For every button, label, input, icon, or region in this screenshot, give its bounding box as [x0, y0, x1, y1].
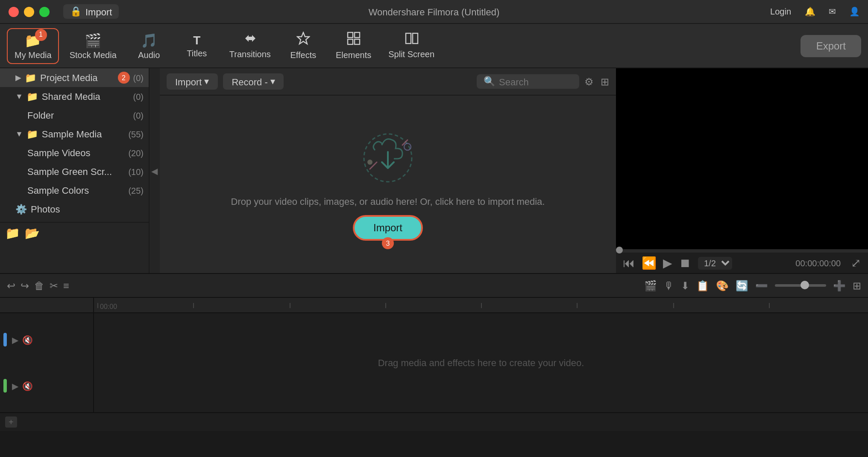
sidebar-item-sample-colors[interactable]: Sample Colors (25): [0, 181, 149, 200]
sidebar-item-folder[interactable]: Folder (0): [0, 106, 149, 125]
tl-label-col-header: [0, 298, 94, 312]
preview-prev-frame[interactable]: ⏪: [642, 256, 656, 270]
toolbar-split-screen[interactable]: Split Screen: [381, 29, 441, 62]
tl-zoom-out-icon[interactable]: ➖: [755, 279, 768, 291]
user-icon[interactable]: 👤: [849, 7, 859, 16]
toolbar-my-media[interactable]: 📁 1 My Media: [7, 28, 59, 64]
preview-skip-back[interactable]: ⏮: [623, 256, 635, 270]
record-dropdown-arrow: ▾: [270, 76, 276, 87]
sidebar-collapse-handle[interactable]: ◀: [150, 68, 160, 273]
tl-zoom-in-icon[interactable]: ➕: [833, 279, 846, 291]
shared-media-count: (0): [133, 92, 144, 101]
tl-loop-icon[interactable]: 🔄: [736, 279, 748, 291]
transitions-icon: [243, 32, 257, 48]
drop-zone-text: Drop your video clips, images, or audio …: [231, 196, 545, 207]
toolbar-audio[interactable]: 🎵 Audio: [127, 29, 171, 63]
drop-zone-icon: [358, 128, 418, 188]
stock-media-icon: 🎬: [85, 32, 102, 48]
toolbar-elements[interactable]: Elements: [329, 28, 378, 63]
project-media-badge: 2: [118, 72, 130, 84]
audio-track-controls: ▶ 🔇: [0, 376, 93, 395]
transitions-label: Transitions: [229, 49, 271, 59]
export-button[interactable]: Export: [801, 35, 861, 57]
preview-panel: ⏮ ⏪ ▶ ⏹ 1/2 1/1 2x 00:00:00:00 ⤢: [616, 68, 868, 273]
split-screen-label: Split Screen: [388, 49, 434, 59]
effects-icon: [296, 32, 310, 49]
ruler-mark-6: [673, 303, 769, 308]
elements-label: Elements: [336, 50, 371, 60]
my-media-label: My Media: [15, 50, 52, 59]
tl-clipboard-icon[interactable]: 📋: [696, 279, 709, 291]
preview-play[interactable]: ▶: [663, 256, 672, 270]
import-tab-label: Import: [85, 6, 112, 17]
import-center-badge: 3: [382, 237, 394, 249]
cut-button[interactable]: ✂: [50, 279, 58, 291]
sidebar-item-photos[interactable]: ⚙️ Photos: [0, 200, 149, 218]
sample-media-folder-icon: 📁: [26, 128, 38, 140]
preview-progress-dot: [616, 247, 623, 253]
timeline-track-controls: ▶ 🔇 ▶ 🔇: [0, 313, 94, 412]
tl-layout-icon[interactable]: ⊞: [853, 279, 861, 291]
folder-icon: 📁: [25, 72, 37, 83]
sidebar-item-sample-videos[interactable]: Sample Videos (20): [0, 143, 149, 162]
shared-media-chevron: ▼: [15, 92, 23, 101]
sidebar-item-sample-media[interactable]: ▼ 📁 Sample Media (55): [0, 125, 149, 143]
add-folder-button[interactable]: 📁: [5, 226, 20, 240]
tl-color-icon[interactable]: 🎨: [716, 279, 729, 291]
timeline-ruler: 00:00: [0, 298, 868, 313]
close-button[interactable]: [9, 6, 19, 17]
titles-label: Titles: [187, 49, 207, 58]
toolbar-stock-media[interactable]: 🎬 Stock Media: [63, 29, 123, 63]
project-media-chevron: ▶: [15, 73, 21, 82]
mail-icon[interactable]: ✉: [829, 7, 836, 16]
import-tab[interactable]: 🔒 Import: [63, 4, 119, 19]
search-input[interactable]: [499, 76, 567, 87]
toolbar-titles[interactable]: T Titles: [175, 30, 219, 61]
sidebar-item-shared-media[interactable]: ▼ 📁 Shared Media (0): [0, 87, 149, 106]
video-track-play-icon[interactable]: ▶: [12, 335, 19, 344]
svg-rect-2: [355, 32, 360, 38]
titlebar-right: Login 🔔 ✉ 👤: [770, 7, 859, 16]
tl-download-icon[interactable]: ⬇: [681, 279, 689, 291]
zoom-slider[interactable]: [775, 284, 826, 287]
shared-media-label: Shared Media: [42, 91, 130, 102]
audio-track-play-icon[interactable]: ▶: [12, 381, 19, 390]
delete-button[interactable]: 🗑: [34, 279, 44, 291]
more-button[interactable]: ≡: [63, 279, 69, 291]
minimize-button[interactable]: [24, 6, 34, 17]
grid-view-icon[interactable]: ⊞: [601, 76, 609, 87]
import-center-button[interactable]: Import: [353, 215, 423, 241]
preview-fullscreen-icon[interactable]: ⤢: [851, 256, 861, 270]
new-folder-button[interactable]: 📂: [25, 226, 39, 240]
ruler-mark-0: 00:00: [97, 303, 194, 308]
audio-track-color: [3, 379, 7, 393]
record-dropdown-button[interactable]: Record - ▾: [223, 73, 284, 90]
notifications-icon[interactable]: 🔔: [805, 7, 815, 16]
sample-green-scr-count: (10): [128, 167, 144, 176]
timeline-toolbar: ↩ ↪ 🗑 ✂ ≡ 🎬 🎙 ⬇ 📋 🎨 🔄 ➖ ➕ ⊞: [0, 274, 868, 298]
toolbar-effects[interactable]: Effects: [281, 28, 326, 63]
maximize-button[interactable]: [39, 6, 50, 17]
video-track-mute-icon[interactable]: 🔇: [22, 335, 32, 344]
add-track-button[interactable]: +: [5, 416, 17, 428]
filter-icon[interactable]: ⚙: [584, 76, 594, 87]
search-icon: 🔍: [484, 76, 496, 87]
speed-selector[interactable]: 1/2 1/1 2x: [698, 256, 732, 269]
import-dropdown-button[interactable]: Import ▾: [167, 73, 218, 90]
undo-button[interactable]: ↩: [7, 279, 15, 291]
sidebar-item-project-media[interactable]: ▶ 📁 Project Media 2 (0): [0, 68, 149, 87]
tl-camera-icon[interactable]: 🎬: [644, 279, 657, 291]
preview-progress-bar[interactable]: [616, 249, 868, 253]
main-toolbar: 📁 1 My Media 🎬 Stock Media 🎵 Audio T Tit…: [0, 24, 868, 68]
photos-label: Photos: [31, 204, 144, 214]
login-button[interactable]: Login: [770, 7, 791, 16]
redo-button[interactable]: ↪: [21, 279, 29, 291]
timeline-tracks-area[interactable]: Drag media and effects here to create yo…: [94, 313, 868, 412]
sample-videos-label: Sample Videos: [27, 148, 125, 158]
audio-track-mute-icon[interactable]: 🔇: [22, 381, 32, 390]
ruler-mark-7: [769, 303, 865, 308]
sidebar-item-sample-green-scr[interactable]: Sample Green Scr... (10): [0, 162, 149, 181]
preview-stop[interactable]: ⏹: [679, 256, 691, 270]
tl-mic-icon[interactable]: 🎙: [664, 279, 674, 291]
toolbar-transitions[interactable]: Transitions: [223, 29, 278, 62]
